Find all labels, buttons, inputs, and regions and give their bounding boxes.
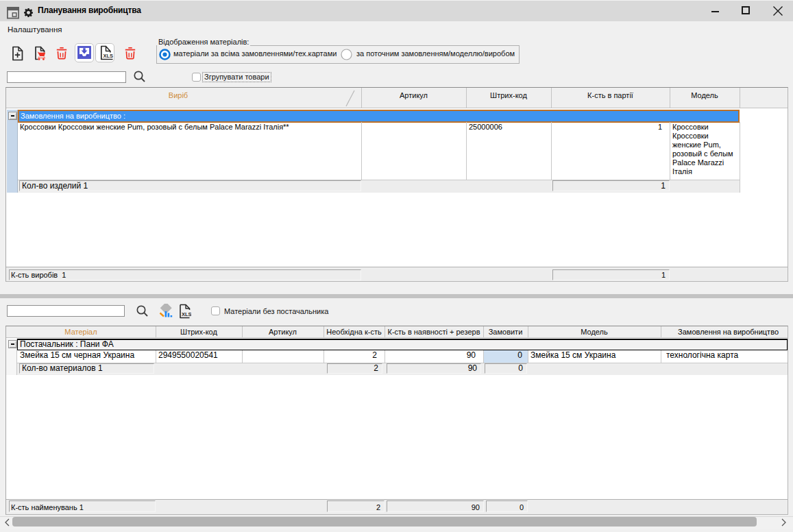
svg-text:XLS: XLS — [182, 311, 191, 317]
svg-text:XLS: XLS — [103, 53, 113, 59]
